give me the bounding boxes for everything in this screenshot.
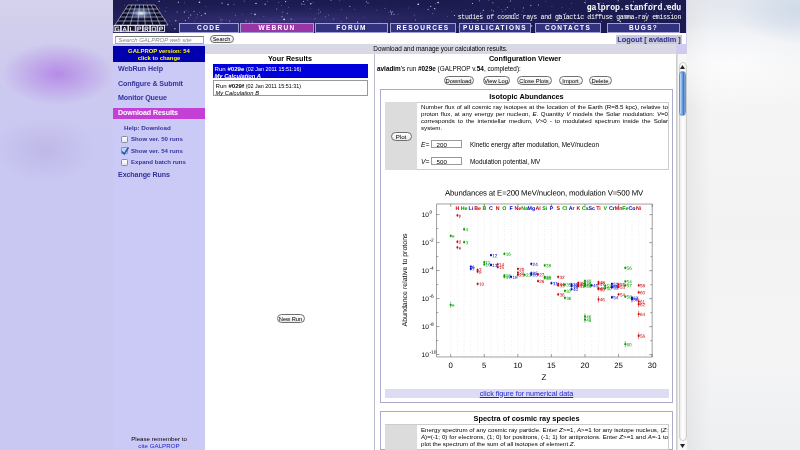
svg-text:16: 16 <box>506 252 512 257</box>
svg-text:36: 36 <box>559 292 565 297</box>
svg-text:30: 30 <box>546 276 552 281</box>
svg-text:48: 48 <box>586 318 592 323</box>
svg-text:Abundances at E=200 MeV/nucleo: Abundances at E=200 MeV/nucleon, modulat… <box>445 188 644 197</box>
svg-text:32: 32 <box>560 275 566 280</box>
svg-text:Si: Si <box>542 205 548 211</box>
svg-text:3: 3 <box>465 240 468 245</box>
svg-text:S: S <box>556 205 560 211</box>
svg-text:10: 10 <box>422 295 430 302</box>
svg-text:B: B <box>482 205 486 211</box>
svg-text:10: 10 <box>422 267 430 274</box>
svg-text:62: 62 <box>640 302 646 307</box>
svg-text:60: 60 <box>627 342 633 347</box>
svg-text:e: e <box>452 234 455 239</box>
svg-text:56: 56 <box>627 266 633 271</box>
svg-text:-6: -6 <box>429 294 434 299</box>
svg-text:V: V <box>603 205 607 211</box>
svg-text:H: H <box>456 205 460 211</box>
svg-text:p: p <box>459 213 462 218</box>
svg-text:10: 10 <box>422 351 430 358</box>
svg-text:56: 56 <box>640 334 646 339</box>
svg-text:-8: -8 <box>429 322 434 327</box>
svg-text:58: 58 <box>640 283 646 288</box>
svg-text:36: 36 <box>566 296 572 301</box>
svg-text:10: 10 <box>514 361 523 370</box>
svg-text:Ti: Ti <box>596 205 601 211</box>
svg-text:20: 20 <box>581 361 590 370</box>
svg-text:Ni: Ni <box>636 205 642 211</box>
svg-text:Li: Li <box>468 205 473 211</box>
svg-text:54: 54 <box>613 295 619 300</box>
svg-text:Ca: Ca <box>582 205 589 211</box>
svg-text:Cl: Cl <box>562 205 568 211</box>
svg-text:64: 64 <box>640 312 646 317</box>
svg-text:46: 46 <box>600 297 606 302</box>
svg-text:Be: Be <box>474 205 481 211</box>
svg-text:10: 10 <box>422 211 430 218</box>
svg-text:25: 25 <box>614 361 623 370</box>
svg-text:26: 26 <box>539 279 545 284</box>
svg-text:30: 30 <box>648 361 657 370</box>
svg-text:Mg: Mg <box>528 205 536 211</box>
svg-text:C: C <box>489 205 493 211</box>
svg-text:10: 10 <box>422 239 430 246</box>
svg-text:24: 24 <box>533 262 539 267</box>
svg-text:10: 10 <box>479 282 485 287</box>
svg-text:28: 28 <box>546 263 552 268</box>
svg-text:P: P <box>550 205 554 211</box>
svg-text:0: 0 <box>430 210 433 215</box>
svg-text:e: e <box>452 303 455 308</box>
svg-text:Sc: Sc <box>588 205 595 211</box>
svg-text:-4: -4 <box>430 266 435 271</box>
svg-text:Al: Al <box>535 205 541 211</box>
svg-text:57: 57 <box>627 283 633 288</box>
svg-text:10: 10 <box>422 323 430 330</box>
svg-text:He: He <box>461 205 468 211</box>
svg-text:15: 15 <box>499 265 505 270</box>
svg-text:Ar: Ar <box>569 205 575 211</box>
svg-text:Abundance relative to protons: Abundance relative to protons <box>401 233 409 327</box>
svg-text:Z: Z <box>542 373 547 382</box>
svg-text:2: 2 <box>459 240 462 245</box>
svg-text:9: 9 <box>479 270 482 275</box>
svg-text:15: 15 <box>547 361 556 370</box>
svg-text:7: 7 <box>472 267 475 272</box>
svg-text:12: 12 <box>492 253 498 258</box>
svg-text:4: 4 <box>465 227 468 232</box>
svg-text:60: 60 <box>640 290 646 295</box>
svg-text:-10: -10 <box>429 350 436 355</box>
svg-text:O: O <box>502 205 506 211</box>
svg-text:-2: -2 <box>430 238 435 243</box>
svg-text:K: K <box>576 205 580 211</box>
svg-text:e: e <box>459 245 462 250</box>
svg-text:0: 0 <box>448 361 453 370</box>
svg-text:40: 40 <box>573 287 579 292</box>
svg-text:5: 5 <box>482 361 487 370</box>
svg-text:N: N <box>496 205 500 211</box>
